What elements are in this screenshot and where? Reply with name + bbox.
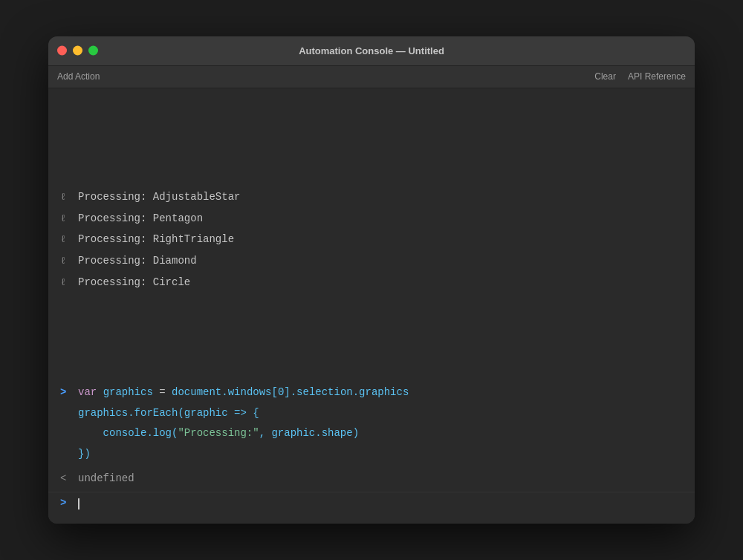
cursor [78, 498, 80, 509]
log-text: Processing: Pentagon [78, 210, 203, 227]
code-text-2: graphics.forEach(graphic => { [78, 405, 259, 423]
close-button[interactable] [57, 46, 67, 56]
api-reference-button[interactable]: API Reference [628, 71, 686, 82]
code-line-1: > var graphics = document.windows[0].sel… [48, 382, 695, 403]
console-output: ℓ Processing: AdjustableStar ℓ Processin… [48, 186, 695, 380]
toolbar-right: Clear API Reference [594, 71, 686, 82]
code-text-1: var graphics = document.windows[0].selec… [78, 384, 409, 402]
main-window: Automation Console — Untitled Add Action… [48, 36, 695, 524]
result-text: undefined [78, 470, 134, 486]
log-text: Processing: Diamond [78, 253, 197, 269]
list-item: ℓ Processing: Circle [48, 272, 695, 293]
result-prefix: < [60, 470, 72, 486]
code-line-2: > graphics.forEach(graphic => { [48, 403, 695, 424]
code-line-3: > console.log("Processing:", graphic.sha… [48, 423, 695, 444]
input-line[interactable]: > [48, 492, 695, 515]
toolbar: Add Action Clear API Reference [48, 66, 695, 88]
toolbar-left: Add Action [57, 71, 100, 82]
log-text: Processing: RightTriangle [78, 231, 234, 247]
log-prefix-icon: ℓ [60, 232, 72, 248]
code-block: > var graphics = document.windows[0].sel… [48, 380, 695, 468]
result-line: < undefined [48, 468, 695, 489]
code-prompt: > [60, 384, 72, 402]
log-prefix-icon: ℓ [60, 254, 72, 270]
list-item: ℓ Processing: RightTriangle [48, 229, 695, 250]
titlebar: Automation Console — Untitled [48, 36, 695, 66]
input-prompt-icon: > [60, 495, 72, 512]
console-area: ℓ Processing: AdjustableStar ℓ Processin… [48, 88, 695, 524]
console-spacer [48, 97, 695, 186]
clear-button[interactable]: Clear [594, 71, 616, 82]
traffic-lights [57, 46, 98, 56]
maximize-button[interactable] [88, 46, 98, 56]
log-prefix-icon: ℓ [60, 212, 72, 227]
code-line-4: > }) [48, 444, 695, 465]
log-prefix-icon: ℓ [60, 276, 72, 291]
list-item: ℓ Processing: AdjustableStar [48, 186, 695, 208]
add-action-button[interactable]: Add Action [57, 71, 100, 82]
list-item: ℓ Processing: Diamond [48, 250, 695, 272]
list-item: ℓ Processing: Pentagon [48, 208, 695, 229]
code-text-3: console.log("Processing:", graphic.shape… [78, 425, 359, 443]
code-text-4: }) [78, 446, 91, 463]
minimize-button[interactable] [73, 46, 82, 56]
log-text: Processing: AdjustableStar [78, 189, 240, 205]
log-prefix-icon: ℓ [60, 190, 72, 206]
window-title: Automation Console — Untitled [299, 45, 444, 56]
log-text: Processing: Circle [78, 274, 190, 290]
